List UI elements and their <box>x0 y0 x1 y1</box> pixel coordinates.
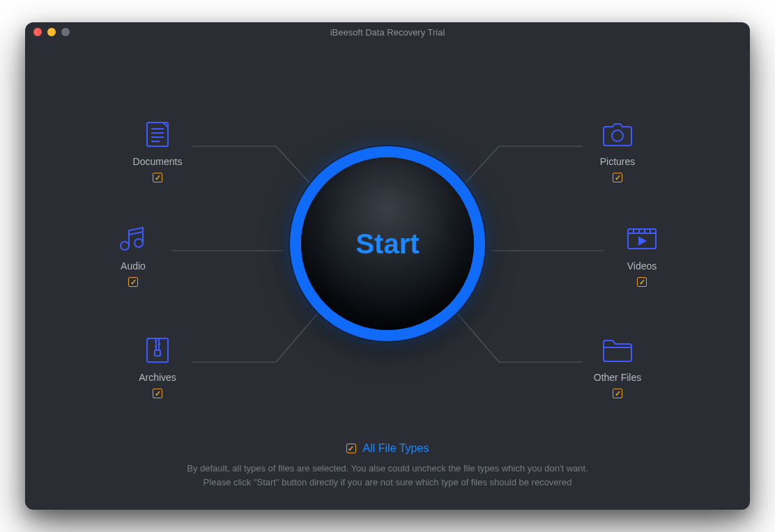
category-label: Videos <box>627 260 657 272</box>
category-label: Documents <box>133 156 183 167</box>
help-line-1: By default, all types of files are selec… <box>187 462 588 476</box>
category-label: Other Files <box>594 372 641 383</box>
category-other-files[interactable]: Other Files <box>583 334 652 398</box>
maximize-window-button[interactable] <box>61 28 70 36</box>
category-audio[interactable]: Audio <box>98 223 168 287</box>
all-file-types-label: All File Types <box>363 442 429 455</box>
svg-point-5 <box>121 242 129 250</box>
svg-point-15 <box>612 130 623 141</box>
titlebar: iBeesoft Data Recovery Trial <box>25 22 750 42</box>
category-pictures[interactable]: Pictures <box>583 118 652 182</box>
category-archives-checkbox[interactable] <box>153 389 162 398</box>
window-title: iBeesoft Data Recovery Trial <box>330 27 445 38</box>
all-file-types-checkbox[interactable] <box>346 444 356 453</box>
window-controls <box>33 28 70 36</box>
category-pictures-checkbox[interactable] <box>613 173 622 182</box>
category-other-files-checkbox[interactable] <box>613 389 622 398</box>
start-button[interactable]: Start <box>290 146 485 341</box>
pictures-icon <box>598 118 637 150</box>
svg-point-6 <box>135 239 143 247</box>
minimize-window-button[interactable] <box>47 28 56 36</box>
svg-rect-0 <box>147 123 168 146</box>
category-label: Archives <box>139 372 176 383</box>
documents-icon <box>138 118 177 150</box>
start-button-label: Start <box>355 228 419 260</box>
archives-icon <box>138 334 177 366</box>
close-window-button[interactable] <box>33 28 42 36</box>
all-file-types-row[interactable]: All File Types <box>346 442 429 455</box>
footer: All File Types By default, all types of … <box>25 442 750 489</box>
category-videos[interactable]: Videos <box>607 223 677 287</box>
category-archives[interactable]: Archives <box>123 334 192 398</box>
videos-icon <box>622 223 661 255</box>
category-label: Audio <box>121 260 146 272</box>
category-documents[interactable]: Documents <box>123 118 192 182</box>
category-documents-checkbox[interactable] <box>153 173 162 182</box>
main-content: Start Documents <box>25 42 750 510</box>
svg-rect-14 <box>155 350 160 356</box>
svg-line-7 <box>129 232 143 235</box>
app-window: iBeesoft Data Recovery Trial Start <box>25 22 750 510</box>
category-videos-checkbox[interactable] <box>637 277 647 287</box>
help-text: By default, all types of files are selec… <box>187 462 588 489</box>
category-label: Pictures <box>600 156 636 167</box>
other-files-icon <box>598 334 637 366</box>
help-line-2: Please click "Start" button directly if … <box>187 476 588 490</box>
category-audio-checkbox[interactable] <box>128 277 138 287</box>
audio-icon <box>114 223 153 255</box>
